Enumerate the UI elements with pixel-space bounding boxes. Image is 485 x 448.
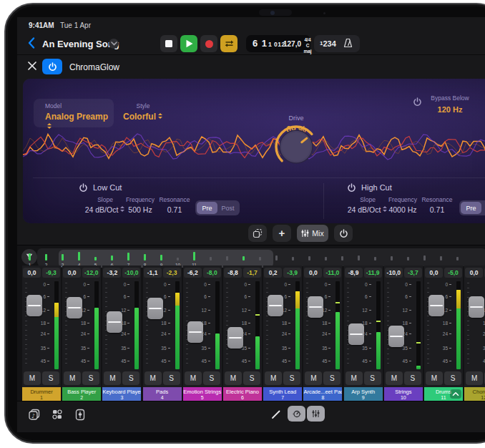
track-name-label[interactable]: Keyboard Player3 [102,387,141,401]
play-icon [185,39,193,48]
mute-button[interactable]: M [466,371,483,385]
duplicate-button[interactable] [248,225,267,242]
solo-button[interactable]: S [323,371,341,385]
back-chevron-icon[interactable] [27,36,39,51]
add-track-button[interactable]: + [273,225,291,242]
high-cut-power-icon[interactable] [347,182,356,195]
solo-button[interactable]: S [203,371,220,385]
mute-button[interactable]: M [346,371,363,385]
knob-dial-icon [292,409,302,419]
volume-fader-cap[interactable] [147,298,163,319]
peak-value: -11,9 [364,268,382,278]
track-name-label[interactable]: Emotion Strings5 [183,387,222,401]
lcd-tempo: 127,0 [283,40,301,48]
channel-strip-5: -6,2-8,0061218243545MSEmotion Strings5 [183,266,222,401]
mute-button[interactable]: M [225,371,242,385]
mix-view-button[interactable]: Mix [297,225,328,242]
model-selector[interactable]: Model Analog Preamp [34,99,114,127]
track-name-label[interactable]: Pads4 [143,387,182,401]
volume-fader-cap[interactable] [308,296,323,318]
track-name-label[interactable]: Electric Piano6 [223,387,262,401]
plugin-header: ChromaGlow [17,54,485,77]
volume-fader-cap[interactable] [428,295,444,316]
low-cut-resonance[interactable]: Resonance 0.71 [150,196,200,214]
volume-fader-cap[interactable] [348,323,364,345]
navigation-bar: An Evening Song 6 1 1 012 [17,33,485,54]
chevron-up-icon[interactable] [450,389,461,399]
mixer-power-button[interactable] [334,225,353,242]
track-name-label[interactable]: Chorus V12 [464,387,485,401]
stop-button[interactable] [160,35,177,52]
live-loops-button[interactable] [50,407,64,422]
channel-strip-10: -10,0-3,7061218243545MSStrings10 [384,266,423,401]
volume-fader-cap[interactable] [187,321,203,343]
close-icon[interactable] [27,61,39,72]
fader-lane: 061218243545 [303,281,342,369]
track-name-label[interactable]: Bass Player2 [62,387,101,401]
solo-button[interactable]: S [122,371,139,385]
record-button[interactable] [200,35,217,52]
count-in-button[interactable]: 1234 [320,39,336,48]
track-name-label[interactable]: Drums11 [424,387,463,401]
mute-button[interactable]: M [185,371,202,385]
loop-browser-button[interactable]: ♪ [27,407,41,422]
mixer-toggle[interactable] [307,406,325,422]
page: 9:41AM Tue 1 Apr An Evening Song [0,0,485,448]
mute-button[interactable]: M [24,371,41,385]
mute-button[interactable]: M [64,371,81,385]
plugin-power-button[interactable] [42,59,62,74]
track-name-label[interactable]: Synth Lead7 [263,387,302,401]
channel-strip-3: -3,2-10,0061218243545MSKeyboard Player3 [102,266,141,401]
lcd-display[interactable]: 6 1 1 012 127,0 4/4C maj MIDI [246,35,310,52]
edit-pencil-icon[interactable] [269,407,283,422]
mute-button[interactable]: M [426,371,443,385]
pre-segment[interactable]: Pre [197,202,217,214]
solo-button[interactable]: S [444,371,461,385]
smart-controls-toggle[interactable] [288,406,305,422]
style-selector[interactable]: Style Colorful [107,102,179,122]
solo-button[interactable]: S [364,371,381,385]
solo-button[interactable]: S [243,371,260,385]
high-cut-resonance[interactable]: Resonance 0.71 [412,196,462,214]
track-name-label[interactable]: Strings10 [384,387,423,401]
volume-fader-cap[interactable] [268,295,283,316]
bypass-power-icon[interactable] [413,97,422,109]
mute-button[interactable]: M [104,371,121,385]
divider [323,183,324,219]
solo-button[interactable]: S [404,371,421,385]
level-field[interactable]: Level 0.0 [475,90,485,114]
fader-panel-button[interactable] [73,407,87,422]
volume-fader-cap[interactable] [67,297,82,318]
drive-knob[interactable] [271,122,321,172]
overview-strip[interactable]: 1234567891011 [37,248,485,266]
fader-lane: 061218243545 [223,281,262,369]
mute-button[interactable]: M [386,371,403,385]
solo-button[interactable]: S [163,371,180,385]
post-segment[interactable]: Post [481,202,485,214]
volume-fader-cap[interactable] [469,296,484,318]
mute-button[interactable]: M [144,371,162,385]
metronome-button[interactable] [343,38,353,52]
track-name-label[interactable]: Arp Synth9 [344,387,383,401]
track-name-label[interactable]: Drummer1 [22,387,61,401]
low-cut-power-icon[interactable] [79,182,88,195]
track-name-label[interactable]: Arcade...eet Pad8 [303,387,342,401]
mute-button[interactable]: M [305,371,322,385]
volume-fader-cap[interactable] [107,311,122,333]
bypass-below-field[interactable]: Bypass Below 120 Hz [428,90,472,114]
volume-fader-cap[interactable] [388,326,404,347]
solo-button[interactable]: S [283,371,300,385]
fader-lane: 061218243545 [344,281,383,369]
pre-segment[interactable]: Pre [461,202,481,214]
fader-lane: 061218243545 [102,281,141,369]
volume-fader-cap[interactable] [26,295,42,316]
mute-button[interactable]: M [265,371,282,385]
solo-button[interactable]: S [82,371,99,385]
post-segment[interactable]: Post [217,202,238,214]
cycle-button[interactable] [220,35,237,52]
volume-fader-cap[interactable] [227,327,243,349]
song-menu-chevron-icon[interactable] [109,39,119,49]
play-button[interactable] [180,35,197,52]
solo-button[interactable]: S [42,371,59,385]
song-title[interactable]: An Evening Song [42,39,119,49]
